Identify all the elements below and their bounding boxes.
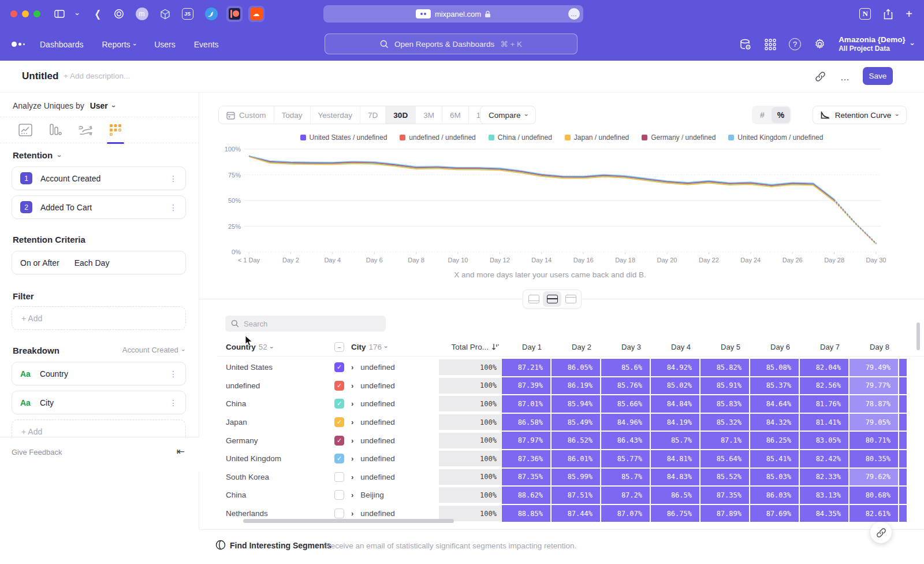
- retention-cell[interactable]: 86.5%: [651, 487, 699, 504]
- retention-cell[interactable]: 79.62%: [850, 469, 898, 486]
- breakdown-city[interactable]: AaCity⋮: [12, 391, 186, 414]
- retention-cell[interactable]: 84.92%: [651, 359, 699, 376]
- horizontal-scrollbar[interactable]: [243, 519, 454, 523]
- retention-cell[interactable]: 84.83%: [651, 469, 699, 486]
- kebab-menu-icon[interactable]: ⋮: [169, 398, 177, 407]
- retention-cell[interactable]: 86.19%: [552, 377, 600, 395]
- kebab-menu-icon[interactable]: ⋮: [169, 174, 177, 183]
- row-checkbox[interactable]: ✓: [334, 381, 344, 391]
- url-more-icon[interactable]: …: [568, 8, 580, 20]
- retention-cell[interactable]: 84.35%: [800, 505, 848, 522]
- retention-cell[interactable]: 87.69%: [750, 505, 799, 522]
- retention-cell[interactable]: 79.05%: [850, 414, 898, 431]
- report-title[interactable]: Untitled: [22, 70, 58, 82]
- retention-cell[interactable]: 87.51%: [552, 487, 600, 504]
- retention-cell[interactable]: 82.04%: [800, 359, 848, 376]
- m-extension-icon[interactable]: m: [136, 8, 148, 20]
- project-switcher[interactable]: Amazonia {Demo} All Project Data ›: [839, 35, 914, 54]
- retention-cell[interactable]: 85.83%: [701, 395, 749, 413]
- expand-row-icon[interactable]: ›: [351, 454, 353, 463]
- legend-item[interactable]: Japan / undefined: [565, 133, 629, 142]
- day-column-header[interactable]: Day 1: [501, 343, 551, 351]
- retention-cell[interactable]: 87.2%: [601, 487, 650, 504]
- url-bar[interactable]: mixpanel.com …: [323, 5, 583, 23]
- retention-cell[interactable]: 79.49%: [850, 359, 898, 376]
- retention-cell[interactable]: 85.6%: [601, 359, 650, 376]
- retention-cell[interactable]: 85.91%: [701, 377, 749, 395]
- range-30d[interactable]: 30D: [386, 106, 416, 124]
- retention-cell[interactable]: 85.52%: [701, 469, 749, 486]
- row-checkbox[interactable]: ✓: [334, 362, 344, 372]
- retention-cell[interactable]: 85.32%: [701, 414, 749, 431]
- retention-cell[interactable]: 78.87%: [850, 395, 898, 413]
- retention-cell[interactable]: 87.39%: [502, 377, 550, 395]
- breakdown-country[interactable]: AaCountry⋮: [12, 362, 186, 385]
- criteria-on-or-after[interactable]: On or After: [20, 258, 59, 268]
- save-button[interactable]: Save: [863, 67, 893, 85]
- retention-cell[interactable]: 83.05%: [800, 432, 848, 449]
- expand-row-icon[interactable]: ›: [351, 381, 353, 390]
- minimize-window-button[interactable]: [22, 10, 29, 17]
- day-column-header[interactable]: Day 8: [849, 343, 899, 351]
- row-checkbox[interactable]: ✓: [334, 436, 344, 446]
- retention-cell[interactable]: 84.96%: [601, 414, 650, 431]
- retention-chart[interactable]: 100%75%50%25%0%< 1 DayDay 2Day 4Day 6Day…: [222, 146, 898, 264]
- mixpanel-logo[interactable]: [12, 42, 25, 47]
- tab-insights[interactable]: [17, 121, 33, 139]
- cube-extension-icon[interactable]: [160, 9, 170, 20]
- retention-cell[interactable]: 82.42%: [800, 450, 848, 467]
- expand-row-icon[interactable]: ›: [351, 418, 353, 426]
- retention-step-1[interactable]: 1Account Created⋮: [12, 166, 186, 190]
- range-7d[interactable]: 7D: [360, 106, 386, 124]
- table-search[interactable]: [225, 316, 386, 332]
- day-column-header[interactable]: Day 4: [650, 343, 700, 351]
- retention-cell[interactable]: 86.75%: [651, 505, 699, 522]
- range-6m[interactable]: 6M: [442, 106, 469, 124]
- layout-bottom-split-button[interactable]: [524, 291, 543, 307]
- retention-cell[interactable]: 84.64%: [750, 395, 799, 413]
- table-search-input[interactable]: [244, 320, 371, 328]
- retention-section-title[interactable]: Retention: [13, 150, 53, 160]
- row-checkbox[interactable]: ✓: [334, 399, 344, 409]
- retention-cell[interactable]: 87.44%: [552, 505, 600, 522]
- retention-cell[interactable]: 85.66%: [601, 395, 650, 413]
- chart-type-button[interactable]: Retention Curve ›: [813, 106, 907, 124]
- nav-item-users[interactable]: Users: [154, 40, 176, 49]
- legend-item[interactable]: China / undefined: [489, 133, 552, 142]
- patreon-tab-icon[interactable]: [226, 6, 243, 22]
- retention-cell[interactable]: 87.89%: [701, 505, 749, 522]
- retention-cell[interactable]: 86.05%: [552, 359, 600, 376]
- day-column-header[interactable]: Day 7: [799, 343, 849, 351]
- notion-icon[interactable]: N: [859, 8, 871, 20]
- expand-row-icon[interactable]: ›: [351, 436, 353, 445]
- retention-cell[interactable]: 85.94%: [552, 395, 600, 413]
- retention-criteria-card[interactable]: On or After Each Day: [12, 251, 186, 274]
- retention-cell[interactable]: 85.49%: [552, 414, 600, 431]
- row-checkbox[interactable]: ✓: [334, 454, 344, 463]
- day-column-header[interactable]: Day 5: [700, 343, 750, 351]
- retention-cell[interactable]: 85.76%: [601, 377, 650, 395]
- retention-cell[interactable]: 85.7%: [601, 469, 650, 486]
- retention-cell[interactable]: 87.07%: [601, 505, 650, 522]
- legend-item[interactable]: Germany / undefined: [642, 133, 716, 142]
- give-feedback-link[interactable]: Give Feedback: [12, 448, 62, 457]
- country-column-header[interactable]: Country52›: [217, 343, 323, 351]
- find-segments-title[interactable]: Find Interesting Segments: [230, 541, 331, 550]
- add-description[interactable]: + Add description...: [64, 72, 130, 80]
- retention-cell[interactable]: 82.56%: [800, 377, 848, 395]
- retention-cell[interactable]: 87.01%: [502, 395, 550, 413]
- retention-cell[interactable]: 86.01%: [552, 450, 600, 467]
- select-all-checkbox[interactable]: –: [334, 342, 344, 352]
- share-link-fab[interactable]: [870, 522, 892, 543]
- add-filter-button[interactable]: + Add: [12, 306, 186, 330]
- soundcloud-tab-icon[interactable]: ☁: [248, 6, 264, 22]
- percent-unit-button[interactable]: %: [772, 107, 790, 123]
- retention-cell[interactable]: 85.41%: [750, 450, 799, 467]
- kebab-menu-icon[interactable]: ⋮: [169, 369, 177, 379]
- retention-step-2[interactable]: 2Added To Cart⋮: [12, 195, 186, 219]
- retention-cell[interactable]: 83.13%: [800, 487, 848, 504]
- expand-row-icon[interactable]: ›: [351, 509, 353, 518]
- range-3m[interactable]: 3M: [416, 106, 442, 124]
- retention-cell[interactable]: 79.77%: [850, 377, 898, 395]
- legend-item[interactable]: United Kingdom / undefined: [728, 133, 823, 142]
